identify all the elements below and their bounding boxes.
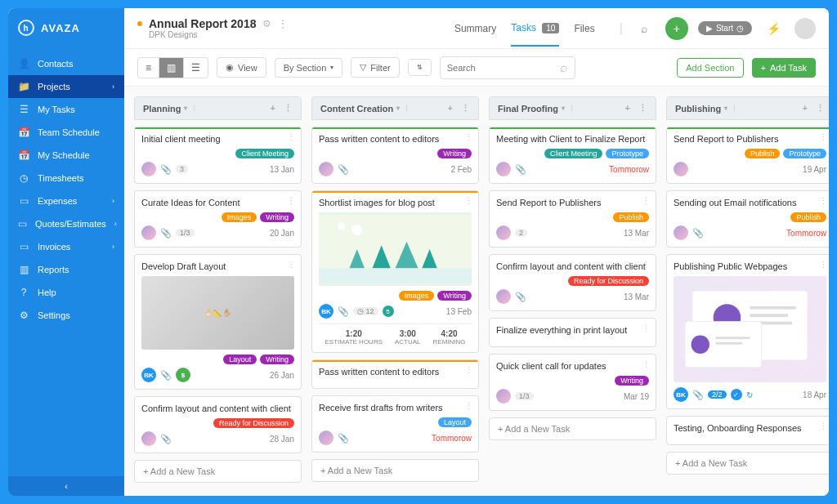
sidebar-item-reports[interactable]: ▥Reports: [8, 258, 124, 281]
card-menu-icon[interactable]: ⋮: [642, 196, 651, 207]
card-menu-icon[interactable]: ⋮: [464, 401, 473, 412]
card-menu-icon[interactable]: ⋮: [819, 196, 828, 207]
task-card[interactable]: ⋮ Develop Draft Layout ✋🏻📐✋🏼 LayoutWriti…: [134, 254, 302, 390]
sidebar-item-timesheets[interactable]: ◷Timesheets: [8, 167, 124, 190]
nav-label: Projects: [38, 82, 70, 91]
column-more-icon[interactable]: ⋮: [284, 103, 293, 114]
collapse-sidebar[interactable]: ‹: [8, 476, 124, 496]
column-body: ⋮ Meeting with Client to Finalize Report…: [489, 120, 656, 440]
sidebar-item-quotes-estimates[interactable]: ▭Quotes/Estimates›: [8, 212, 124, 235]
task-card[interactable]: ⋮ Curate Ideas for Content ImagesWriting…: [134, 190, 302, 248]
column-more-icon[interactable]: ⋮: [638, 103, 647, 114]
card-menu-icon[interactable]: ⋮: [287, 402, 296, 413]
add-card-icon[interactable]: +: [803, 103, 808, 114]
add-new-task-button[interactable]: + Add a New Task: [311, 459, 479, 482]
column-final-proofing: Final Proofing ▾ ⋮ + ⋮ ⋮ Meeting with Cl…: [489, 96, 656, 486]
task-card[interactable]: ⋮ Finalize everything in print layout: [489, 318, 656, 347]
search-box[interactable]: ⌕: [440, 56, 575, 79]
tab-tasks[interactable]: Tasks 10: [511, 11, 559, 47]
column-menu-icon[interactable]: ⋮: [731, 105, 738, 113]
add-icon[interactable]: +: [665, 17, 688, 40]
add-new-task-button[interactable]: + Add a New Task: [666, 452, 829, 475]
bolt-icon[interactable]: ⚡: [762, 17, 785, 40]
sidebar-item-invoices[interactable]: ▭Invoices›: [8, 235, 124, 258]
nav-icon: 👤: [18, 58, 29, 69]
task-card[interactable]: ⋮ Send Report to Publishers Publish 213 …: [489, 190, 656, 248]
sidebar-item-projects[interactable]: 📁Projects›: [8, 75, 124, 98]
start-timer-button[interactable]: ▶ Start ◷: [698, 21, 752, 35]
add-card-icon[interactable]: +: [625, 103, 630, 114]
add-task-button[interactable]: + Add Task: [752, 58, 817, 78]
sidebar-item-my-schedule[interactable]: 📅My Schedule: [8, 144, 124, 167]
view-list-icon[interactable]: ≡: [138, 58, 159, 78]
column-more-icon[interactable]: ⋮: [816, 103, 825, 114]
card-menu-icon[interactable]: ⋮: [287, 260, 296, 270]
nav-icon: ⚙: [18, 310, 29, 321]
tab-files[interactable]: Files: [574, 11, 594, 46]
column-menu-icon[interactable]: ⋮: [190, 105, 198, 113]
add-card-icon[interactable]: +: [448, 103, 453, 114]
task-card[interactable]: ⋮ Quick client call for updates Writing …: [489, 354, 656, 411]
sidebar-item-contacts[interactable]: 👤Contacts: [8, 52, 124, 75]
card-title: Confirm layout and content with client: [496, 261, 649, 271]
card-menu-icon[interactable]: ⋮: [819, 132, 828, 143]
column-menu-icon[interactable]: ⋮: [568, 105, 575, 113]
card-menu-icon[interactable]: ⋮: [642, 132, 651, 143]
chip-icon: ✓: [731, 389, 742, 400]
task-card[interactable]: ⋮ Confirm layout and content with client…: [134, 396, 302, 453]
card-menu-icon[interactable]: ⋮: [464, 196, 473, 207]
task-card[interactable]: ⋮ Initial client meeting Client Meeting …: [134, 127, 302, 184]
nav-label: Team Schedule: [38, 127, 100, 137]
group-by-button[interactable]: By Section ▾: [275, 58, 343, 78]
view-compact-icon[interactable]: ☰: [184, 58, 208, 78]
add-card-icon[interactable]: +: [271, 103, 275, 114]
task-card[interactable]: ⋮ Sending out Email notifications Publis…: [666, 190, 829, 248]
card-menu-icon[interactable]: ⋮: [287, 196, 296, 207]
task-card[interactable]: ⋮ Receive first drafts from writers Layo…: [311, 395, 479, 453]
project-settings-icon[interactable]: ⚙: [262, 18, 271, 29]
card-menu-icon[interactable]: ⋮: [819, 260, 828, 270]
card-menu-icon[interactable]: ⋮: [642, 323, 651, 334]
task-card[interactable]: ⋮ Testing, Onboarding Responses: [666, 416, 829, 445]
column-header[interactable]: Publishing ▾ ⋮ + ⋮: [666, 96, 829, 120]
card-menu-icon[interactable]: ⋮: [464, 132, 473, 143]
user-avatar[interactable]: [794, 18, 816, 39]
tab-summary[interactable]: Summary: [454, 11, 496, 46]
card-menu-icon[interactable]: ⋮: [642, 260, 651, 270]
column-header[interactable]: Planning ▾ ⋮ + ⋮: [134, 96, 302, 120]
column-menu-icon[interactable]: ⋮: [403, 105, 410, 113]
view-board-icon[interactable]: ▥: [159, 58, 184, 78]
task-card[interactable]: ⋮ Publishing Public Webpages BK📎2/2✓↻18 …: [666, 254, 829, 409]
task-card[interactable]: ⋮ Pass written content to editors Writin…: [311, 127, 479, 184]
sidebar-item-team-schedule[interactable]: 📅Team Schedule: [8, 121, 124, 144]
column-more-icon[interactable]: ⋮: [461, 103, 470, 114]
column-header[interactable]: Content Creation ▾ ⋮ + ⋮: [311, 96, 479, 120]
card-title: Meeting with Client to Finalize Report: [496, 134, 649, 144]
task-card[interactable]: ⋮ Send Report to Publishers PublishProto…: [666, 127, 829, 184]
card-menu-icon[interactable]: ⋮: [642, 359, 651, 370]
nav-icon: ▭: [18, 195, 29, 207]
sidebar-item-settings[interactable]: ⚙Settings: [8, 304, 124, 327]
project-more-icon[interactable]: ⋮: [278, 18, 288, 29]
filter-button[interactable]: ▽ Filter: [351, 57, 399, 78]
logo[interactable]: h AVAZA: [8, 8, 124, 47]
project-subtitle: DPK Designs: [149, 30, 288, 39]
search-icon[interactable]: ⌕: [633, 17, 656, 40]
task-card[interactable]: ⋮ Confirm layout and content with client…: [489, 254, 656, 311]
sidebar-item-help[interactable]: ?Help: [8, 281, 124, 304]
card-menu-icon[interactable]: ⋮: [819, 421, 828, 432]
search-input[interactable]: [447, 63, 560, 73]
add-new-task-button[interactable]: + Add a New Task: [489, 417, 656, 440]
add-section-button[interactable]: Add Section: [677, 58, 743, 78]
sidebar-item-expenses[interactable]: ▭Expenses›: [8, 190, 124, 212]
task-card[interactable]: ⋮ Meeting with Client to Finalize Report…: [489, 127, 656, 184]
expand-button[interactable]: ⇅: [408, 59, 432, 76]
task-card[interactable]: ⋮ Pass written content to editors: [311, 359, 479, 389]
column-header[interactable]: Final Proofing ▾ ⋮ + ⋮: [489, 96, 656, 120]
task-card[interactable]: ⋮ Shortlist images for blog post ImagesW…: [311, 190, 479, 353]
view-button[interactable]: ◉ View: [217, 57, 266, 78]
add-new-task-button[interactable]: + Add a New Task: [134, 460, 302, 483]
sidebar-item-my-tasks[interactable]: ☰My Tasks: [8, 98, 124, 121]
card-menu-icon[interactable]: ⋮: [464, 365, 473, 376]
card-menu-icon[interactable]: ⋮: [287, 132, 296, 143]
